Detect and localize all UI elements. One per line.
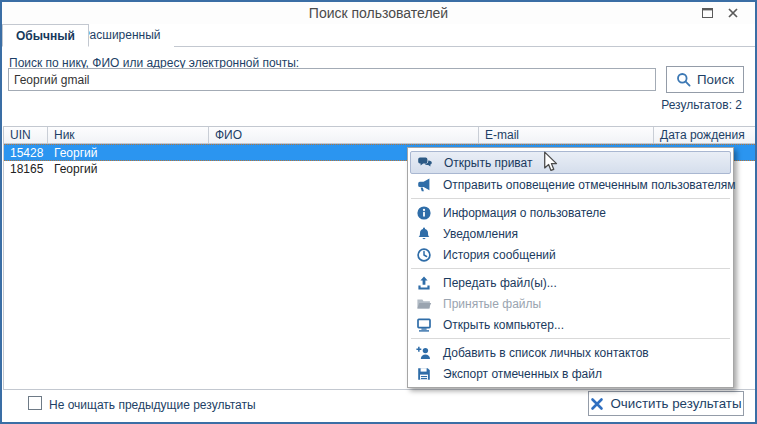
table-header-row: UIN Ник ФИО E-mail Дата рождения xyxy=(4,127,755,144)
clear-results-button[interactable]: Очистить результаты xyxy=(588,391,744,416)
search-button-label: Поиск xyxy=(697,72,734,87)
menu-item-received-files: Принятые файлы xyxy=(410,293,731,314)
menu-item-message-history[interactable]: История сообщений xyxy=(410,244,731,265)
menu-item-label: Экспорт отмеченных в файл xyxy=(443,367,602,381)
results-count: Результатов: 2 xyxy=(661,98,742,112)
chat-icon xyxy=(417,155,433,171)
column-header-birthdate[interactable]: Дата рождения xyxy=(654,127,755,143)
column-header-email[interactable]: E-mail xyxy=(479,127,654,143)
mouse-cursor xyxy=(542,151,559,176)
clear-x-icon xyxy=(590,397,604,411)
close-icon xyxy=(728,8,738,18)
cell-nick: Георгий xyxy=(48,161,209,178)
keep-results-checkbox[interactable] xyxy=(28,396,42,410)
menu-item-send-files[interactable]: Передать файл(ы)... xyxy=(410,272,731,293)
folder-open-icon xyxy=(416,296,432,312)
column-header-uin[interactable]: UIN xyxy=(4,127,48,143)
menu-item-export-to-file[interactable]: Экспорт отмеченных в файл xyxy=(410,363,731,384)
titlebar: Поиск пользователей xyxy=(2,2,755,24)
search-button[interactable]: Поиск xyxy=(666,66,744,93)
menu-item-open-private[interactable]: Открыть приват xyxy=(410,151,731,174)
clear-results-label: Очистить результаты xyxy=(610,396,741,411)
close-button[interactable] xyxy=(725,6,741,20)
menu-separator xyxy=(411,338,730,339)
window-title: Поиск пользователей xyxy=(2,5,755,21)
search-input[interactable] xyxy=(8,68,656,91)
column-header-nick[interactable]: Ник xyxy=(48,127,209,143)
menu-item-send-notification[interactable]: Отправить оповещение отмеченным пользова… xyxy=(410,174,731,195)
cell-uin: 15428 xyxy=(4,145,48,160)
cursor-arrow-icon xyxy=(542,151,559,173)
menu-item-label: Открыть приват xyxy=(444,156,532,170)
tab-normal[interactable]: Обычный xyxy=(2,24,89,47)
keep-results-label: Не очищать предыдущие результаты xyxy=(49,398,256,412)
maximize-button[interactable] xyxy=(699,6,715,20)
cell-nick: Георгий xyxy=(48,145,209,160)
history-clock-icon xyxy=(416,247,432,263)
menu-separator xyxy=(411,198,730,199)
bell-icon xyxy=(416,226,432,242)
menu-separator xyxy=(411,268,730,269)
menu-item-user-info[interactable]: Информация о пользователе xyxy=(410,202,731,223)
computer-icon xyxy=(416,317,432,333)
column-header-fio[interactable]: ФИО xyxy=(209,127,479,143)
info-icon xyxy=(416,205,432,221)
menu-item-label: Открыть компьютер... xyxy=(443,318,564,332)
menu-item-label: Уведомления xyxy=(443,227,518,241)
context-menu: Открыть приват Отправить оповещение отме… xyxy=(407,147,734,388)
cell-uin: 18165 xyxy=(4,161,48,178)
menu-item-label: Информация о пользователе xyxy=(443,206,606,220)
menu-item-label: Отправить оповещение отмеченным пользова… xyxy=(443,178,735,192)
save-icon xyxy=(416,366,432,382)
search-icon xyxy=(676,72,692,88)
menu-item-label: Добавить в список личных контактов xyxy=(443,346,649,360)
maximize-icon xyxy=(702,8,713,18)
add-user-icon xyxy=(416,345,432,361)
menu-item-add-contact[interactable]: Добавить в список личных контактов xyxy=(410,342,731,363)
tab-strip: Обычный Расширенный xyxy=(2,24,755,47)
menu-item-label: Передать файл(ы)... xyxy=(443,276,557,290)
menu-item-open-computer[interactable]: Открыть компьютер... xyxy=(410,314,731,335)
megaphone-icon xyxy=(416,177,432,193)
menu-item-label: Принятые файлы xyxy=(443,297,541,311)
user-search-window: Поиск пользователей Обычный Расширенный … xyxy=(0,0,757,424)
menu-item-notifications[interactable]: Уведомления xyxy=(410,223,731,244)
upload-file-icon xyxy=(416,275,432,291)
menu-item-label: История сообщений xyxy=(443,248,556,262)
